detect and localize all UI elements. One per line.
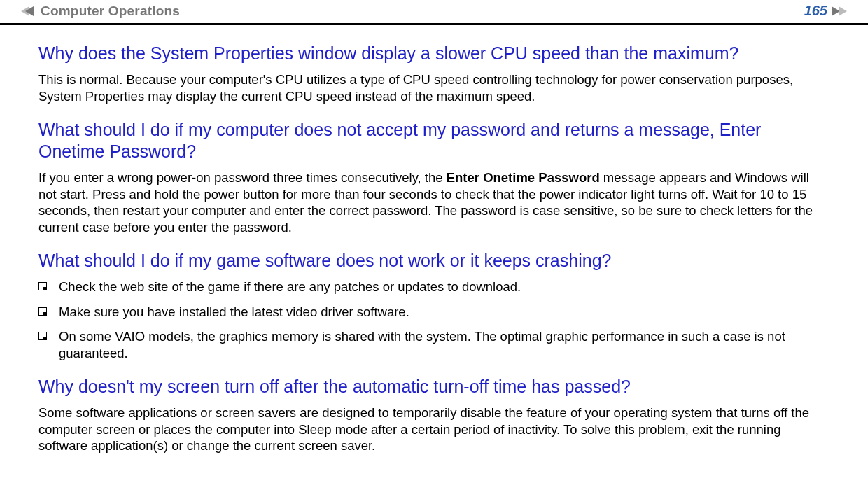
page-header: Computer Operations 165: [0, 3, 868, 19]
faq-heading: Why does the System Properties window di…: [38, 43, 830, 64]
page: Computer Operations 165 Why does the Sys…: [0, 3, 868, 504]
faq-body-bold: Enter Onetime Password: [447, 170, 600, 185]
square-bullet-icon: [38, 307, 47, 316]
list-item-text: Check the web site of the game if there …: [59, 279, 521, 295]
list-item-text: Make sure you have installed the latest …: [59, 304, 410, 321]
page-number: 165: [804, 3, 827, 19]
list-item: Check the web site of the game if there …: [38, 279, 830, 295]
content-area: Why does the System Properties window di…: [0, 24, 868, 454]
faq-body-pre: If you enter a wrong power-on password t…: [38, 170, 447, 185]
list-item-text: On some VAIO models, the graphics memory…: [59, 328, 830, 361]
square-bullet-icon: [38, 332, 47, 340]
prev-arrow-icon: [25, 6, 34, 16]
faq-body: Some software applications or screen sav…: [38, 405, 830, 454]
page-nav: 165: [803, 3, 847, 19]
square-bullet-icon: [38, 282, 47, 290]
chapter-title: Computer Operations: [41, 4, 180, 19]
list-item: On some VAIO models, the graphics memory…: [38, 328, 830, 361]
faq-heading: Why doesn't my screen turn off after the…: [38, 376, 830, 398]
faq-heading: What should I do if my computer does not…: [38, 119, 830, 163]
faq-body: This is normal. Because your computer's …: [38, 71, 830, 104]
faq-heading: What should I do if my game software doe…: [38, 250, 830, 272]
list-item: Make sure you have installed the latest …: [38, 304, 830, 321]
next-arrow-fade-icon: [839, 6, 847, 16]
faq-body: If you enter a wrong power-on password t…: [38, 169, 830, 236]
chapter-block: Computer Operations: [21, 4, 180, 19]
bullet-list: Check the web site of the game if there …: [38, 279, 830, 362]
